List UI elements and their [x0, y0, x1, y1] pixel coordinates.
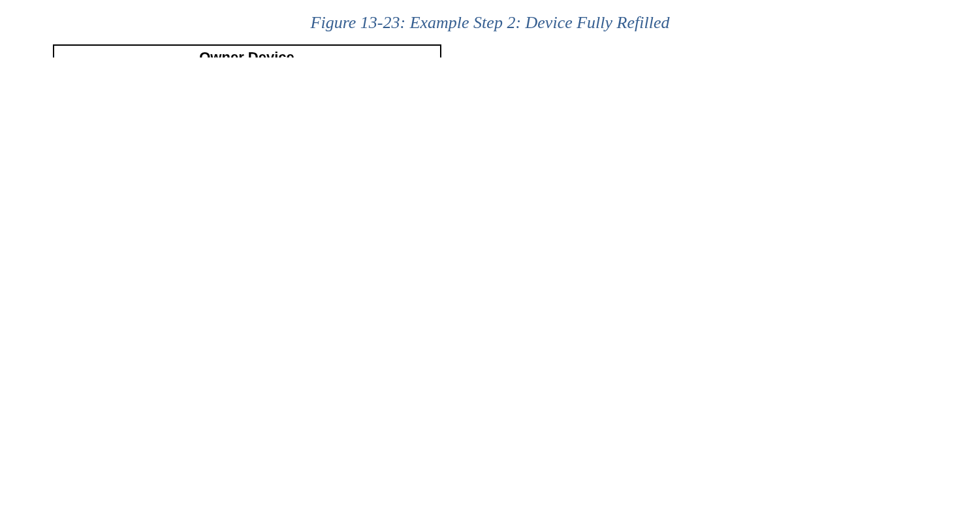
owner-device-title: Owner Device [53, 44, 441, 57]
figure-caption: Figure 13-23: Example Step 2: Device Ful… [13, 13, 967, 33]
owner-device: Owner Device Framework Assigned Valid Ke… [53, 44, 441, 57]
